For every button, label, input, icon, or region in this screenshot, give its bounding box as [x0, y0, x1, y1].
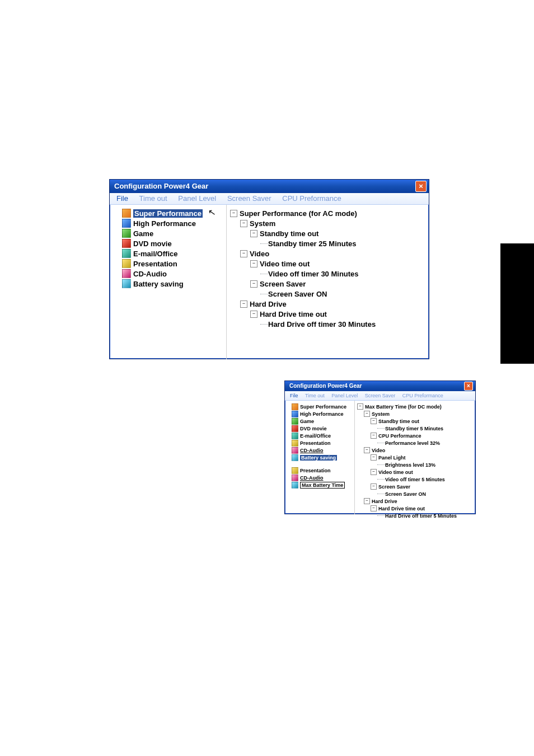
- menu-file[interactable]: File: [287, 391, 301, 400]
- preset-battery-saving[interactable]: Battery saving: [286, 454, 353, 461]
- collapse-icon[interactable]: −: [250, 230, 257, 237]
- tree-standby-timeout[interactable]: −Standby time out: [230, 228, 425, 238]
- window-power4gear-large: Configuration Power4 Gear × File Time ou…: [109, 179, 429, 359]
- preset2-max-battery-time[interactable]: Max Battery Time: [286, 481, 353, 489]
- music-icon: [292, 447, 298, 454]
- titlebar[interactable]: Configuration Power4 Gear ×: [285, 381, 475, 391]
- tree-video-timeout[interactable]: −Video time out: [357, 468, 473, 476]
- menu-file[interactable]: File: [112, 193, 133, 204]
- collapse-icon[interactable]: −: [364, 447, 370, 453]
- collapse-icon[interactable]: −: [230, 210, 237, 217]
- collapse-icon[interactable]: −: [240, 250, 247, 257]
- tree-standby-timer-value[interactable]: Standby timer 5 Minutes: [357, 425, 473, 432]
- music-icon: [292, 475, 298, 481]
- menu-screen-saver[interactable]: Screen Saver: [223, 193, 276, 204]
- preset-high-performance[interactable]: High Performance: [112, 218, 224, 228]
- tree-hard-drive-timeout[interactable]: −Hard Drive time out: [230, 309, 425, 319]
- tree-screen-saver-value[interactable]: Screen Saver ON: [357, 490, 473, 497]
- presentation-icon: [122, 259, 131, 268]
- preset-dvd-movie[interactable]: DVD movie: [112, 238, 224, 248]
- preset-presentation[interactable]: Presentation: [112, 259, 224, 269]
- tree-hard-drive-timeout[interactable]: −Hard Drive time out: [357, 505, 473, 512]
- tree-cpu-performance[interactable]: −CPU Performance: [357, 432, 473, 439]
- tree-system[interactable]: −System: [230, 218, 425, 228]
- menu-cpu-performance[interactable]: CPU Preformance: [278, 193, 345, 204]
- tree-standby-timer-value[interactable]: Standby timer 25 Minutes: [230, 238, 425, 248]
- close-icon[interactable]: ×: [464, 382, 473, 391]
- collapse-icon[interactable]: −: [371, 418, 377, 424]
- tree-system[interactable]: −System: [357, 410, 473, 417]
- mail-icon: [292, 433, 298, 439]
- gear-icon: [292, 411, 298, 417]
- collapse-icon[interactable]: −: [371, 469, 377, 475]
- tree-screen-saver-value[interactable]: Screen Saver ON: [230, 289, 425, 299]
- preset-super-performance[interactable]: Super Performance: [112, 208, 224, 218]
- tree-hard-drive-off-timer-value[interactable]: Hard Drive off timer 30 Minutes: [230, 319, 425, 329]
- menu-cpu-performance[interactable]: CPU Preformance: [400, 391, 446, 400]
- tree-video-off-timer-value[interactable]: Video off timer 5 Minutes: [357, 476, 473, 483]
- close-icon[interactable]: ×: [415, 181, 427, 192]
- menu-time-out[interactable]: Time out: [302, 391, 327, 400]
- window-title: Configuration Power4 Gear: [289, 381, 362, 391]
- preset-battery-saving[interactable]: Battery saving: [112, 279, 224, 289]
- preset-game[interactable]: Game: [112, 228, 224, 238]
- tree-brightness-value[interactable]: Brightness level 13%: [357, 461, 473, 468]
- menu-panel-level[interactable]: Panel Level: [329, 391, 360, 400]
- menubar: File Time out Panel Level Screen Saver C…: [285, 391, 475, 401]
- tree-hard-drive[interactable]: −Hard Drive: [230, 299, 425, 309]
- collapse-icon[interactable]: −: [250, 280, 257, 288]
- detail-tree: −Max Battery Time (for DC mode) −System …: [355, 401, 475, 514]
- menu-time-out[interactable]: Time out: [135, 193, 172, 204]
- preset-super-performance[interactable]: Super Performance: [286, 403, 353, 410]
- collapse-icon[interactable]: −: [250, 260, 257, 267]
- collapse-icon[interactable]: −: [371, 505, 377, 511]
- tree-hard-drive[interactable]: −Hard Drive: [357, 497, 473, 505]
- preset-email-office[interactable]: E-mail/Office: [286, 432, 353, 439]
- tree-root[interactable]: −Super Performance (for AC mode): [230, 208, 425, 218]
- tree-screen-saver[interactable]: −Screen Saver: [230, 279, 425, 289]
- collapse-icon[interactable]: −: [364, 498, 370, 504]
- tree-hard-drive-off-timer-value[interactable]: Hard Drive off timer 5 Minutes: [357, 512, 473, 519]
- preset-list: Super Performance High Performance Game …: [110, 205, 227, 359]
- preset-email-office[interactable]: E-mail/Office: [112, 248, 224, 259]
- preset-dvd-movie[interactable]: DVD movie: [286, 425, 353, 432]
- preset2-cd-audio[interactable]: CD-Audio: [286, 474, 353, 481]
- tree-root[interactable]: −Max Battery Time (for DC mode): [357, 403, 473, 410]
- preset-game[interactable]: Game: [286, 417, 353, 425]
- music-icon: [122, 269, 131, 278]
- gear-icon: [292, 403, 298, 410]
- battery-icon: [292, 482, 298, 489]
- collapse-icon[interactable]: −: [240, 220, 247, 227]
- preset-presentation[interactable]: Presentation: [286, 439, 353, 447]
- preset-cd-audio[interactable]: CD-Audio: [112, 269, 224, 279]
- menubar: File Time out Panel Level Screen Saver C…: [110, 193, 429, 205]
- gear-icon: [122, 219, 131, 228]
- battery-icon: [292, 454, 298, 461]
- mail-icon: [122, 249, 131, 258]
- disc-icon: [292, 425, 298, 432]
- tree-screen-saver[interactable]: −Screen Saver: [357, 483, 473, 490]
- tree-video[interactable]: −Video: [357, 447, 473, 454]
- tree-panel-light[interactable]: −Panel Light: [357, 454, 473, 461]
- preset-cd-audio[interactable]: CD-Audio: [286, 447, 353, 454]
- collapse-icon[interactable]: −: [371, 433, 377, 439]
- tree-standby-timeout[interactable]: −Standby time out: [357, 417, 473, 425]
- collapse-icon[interactable]: −: [364, 411, 370, 417]
- tree-video-off-timer-value[interactable]: Video off timer 30 Minutes: [230, 269, 425, 279]
- collapse-icon[interactable]: −: [357, 403, 363, 410]
- tree-video-timeout[interactable]: −Video time out: [230, 259, 425, 269]
- detail-tree: −Super Performance (for AC mode) −System…: [227, 205, 429, 359]
- page-side-strip: [500, 243, 534, 364]
- tree-cpu-performance-value[interactable]: Performance level 32%: [357, 439, 473, 447]
- joystick-icon: [292, 418, 298, 425]
- collapse-icon[interactable]: −: [371, 454, 377, 461]
- collapse-icon[interactable]: −: [250, 311, 257, 318]
- menu-screen-saver[interactable]: Screen Saver: [362, 391, 399, 400]
- collapse-icon[interactable]: −: [240, 300, 247, 308]
- collapse-icon[interactable]: −: [371, 483, 377, 490]
- menu-panel-level[interactable]: Panel Level: [174, 193, 221, 204]
- titlebar[interactable]: Configuration Power4 Gear ×: [110, 180, 429, 193]
- tree-video[interactable]: −Video: [230, 248, 425, 259]
- preset-high-performance[interactable]: High Performance: [286, 410, 353, 417]
- preset2-presentation[interactable]: Presentation: [286, 467, 353, 474]
